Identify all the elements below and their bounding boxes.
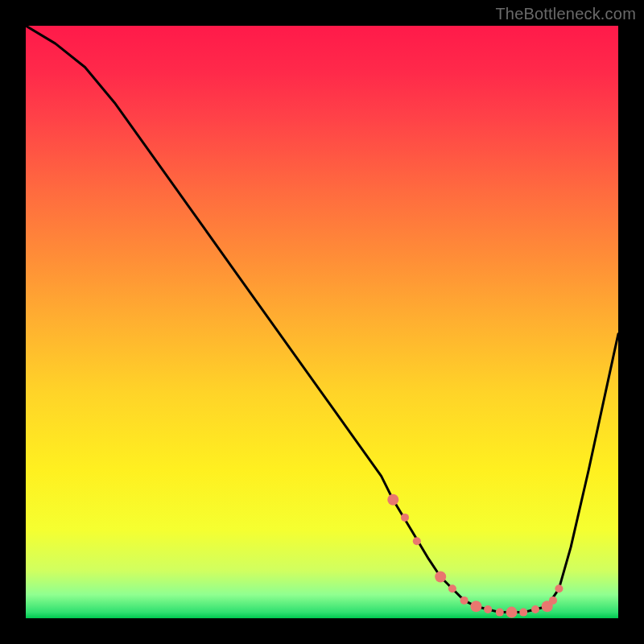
curve-marker bbox=[549, 597, 557, 605]
curve-marker bbox=[387, 494, 398, 506]
curve-marker bbox=[506, 607, 518, 618]
chart-plot-area bbox=[26, 26, 618, 618]
chart-container: TheBottleneck.com bbox=[0, 0, 644, 644]
bottleneck-curve-svg bbox=[26, 26, 618, 618]
curve-marker bbox=[435, 572, 446, 583]
bottleneck-curve bbox=[26, 26, 618, 613]
curve-markers-group bbox=[387, 494, 563, 618]
curve-marker bbox=[496, 609, 504, 617]
curve-marker bbox=[460, 597, 469, 605]
curve-marker bbox=[401, 514, 409, 522]
curve-marker bbox=[484, 605, 492, 613]
curve-marker bbox=[555, 584, 563, 592]
curve-marker bbox=[519, 609, 527, 617]
curve-marker bbox=[413, 537, 421, 545]
curve-marker bbox=[531, 605, 539, 613]
curve-marker bbox=[470, 601, 481, 612]
watermark-text: TheBottleneck.com bbox=[495, 5, 636, 23]
curve-marker bbox=[448, 584, 456, 592]
